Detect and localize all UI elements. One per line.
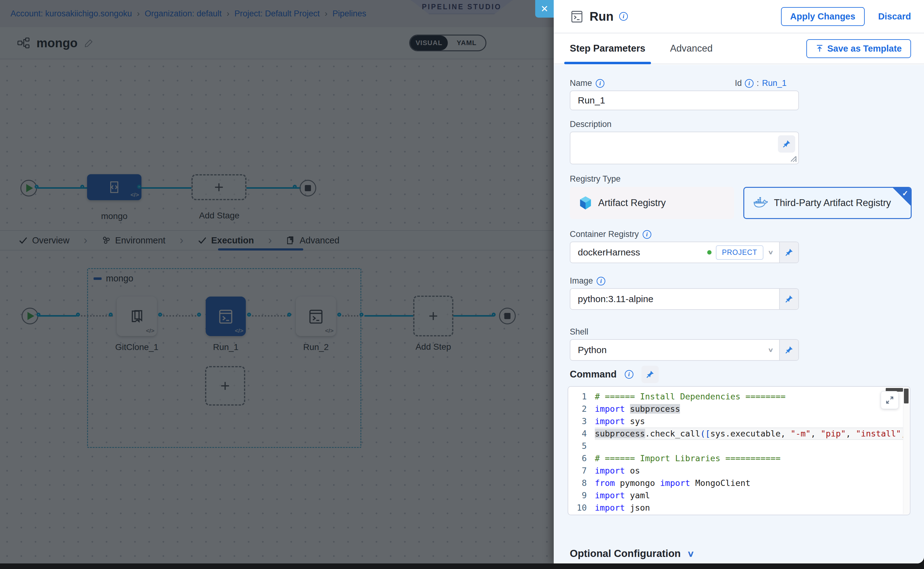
editor-scrollbar[interactable] (903, 387, 909, 514)
save-as-template-label: Save as Template (827, 44, 902, 54)
connector-status-dot (707, 250, 711, 254)
image-label: Image (570, 276, 593, 286)
code-line-1[interactable]: 1# ====== Install Dependencies ======== (568, 391, 903, 403)
container-registry-value: dockerHarness (570, 247, 640, 258)
pin-button[interactable] (779, 242, 798, 263)
save-template-icon (816, 44, 824, 53)
drawer-title-text: Run (590, 9, 614, 23)
info-icon[interactable]: i (625, 370, 634, 379)
shell-label: Shell (570, 327, 588, 337)
pin-button[interactable] (779, 340, 798, 360)
registry-option-label: Third-Party Artifact Registry (774, 198, 891, 208)
chevron-down-icon[interactable]: ∨ (768, 249, 774, 256)
pin-icon (785, 346, 793, 354)
description-label: Description (570, 120, 611, 129)
pin-icon (785, 248, 793, 257)
optional-configuration-label: Optional Configuration (570, 548, 681, 560)
docker-icon (754, 197, 768, 209)
drawer-tabbar: Step Parameters Advanced Save as Templat… (554, 33, 924, 64)
info-icon[interactable]: i (643, 230, 651, 239)
pin-button[interactable] (778, 135, 795, 152)
registry-option-label: Artifact Registry (598, 198, 666, 208)
terminal-icon (570, 9, 584, 23)
pin-button[interactable] (641, 366, 659, 383)
scope-badge: PROJECT (716, 245, 763, 260)
code-line-3[interactable]: 3import sys (568, 415, 903, 428)
command-code-editor[interactable]: 1# ====== Install Dependencies ========2… (568, 386, 910, 515)
selected-check-icon: ✓ (902, 189, 908, 198)
code-line-2[interactable]: 2import subprocess (568, 403, 903, 415)
drawer-header: Run i Apply Changes Discard (554, 0, 924, 33)
step-config-drawer: ✕ Run i Apply Changes Discard Step Param… (554, 0, 924, 563)
code-lines: 1# ====== Install Dependencies ========2… (568, 391, 903, 514)
container-registry-field[interactable]: dockerHarness PROJECT ∨ (570, 242, 799, 263)
shell-select[interactable]: Python ∨ (570, 339, 799, 361)
registry-type-label: Registry Type (570, 174, 621, 184)
discard-button[interactable]: Discard (878, 11, 911, 21)
code-line-7[interactable]: 7import os (568, 465, 903, 477)
id-label: Id (735, 78, 742, 88)
id-value[interactable]: Run_1 (762, 78, 787, 88)
info-icon[interactable]: i (745, 79, 754, 88)
image-field[interactable]: python:3.11-alpine (570, 288, 799, 310)
chevron-down-icon: ∨ (687, 549, 695, 558)
id-separator: : (757, 78, 759, 88)
pin-icon (785, 295, 793, 303)
code-line-6[interactable]: 6# ====== Import Libraries =========== (568, 452, 903, 465)
step-parameters-form: Name i Id i : Run_1 Description (554, 65, 924, 563)
shell-value: Python (570, 345, 606, 355)
resize-handle[interactable] (791, 156, 796, 162)
pipeline-studio-screen: Account: kurosakiichigo.songoku › Organi… (0, 0, 924, 569)
code-line-4[interactable]: 4subprocess.check_call([sys.executable, … (568, 428, 903, 440)
registry-option-third-party[interactable]: Third-Party Artifact Registry ✓ (743, 187, 912, 219)
fullscreen-icon (885, 396, 894, 405)
modal-dim-overlay (0, 0, 554, 563)
code-line-8[interactable]: 8from pymongo import MongoClient (568, 477, 903, 489)
info-icon[interactable]: i (597, 277, 605, 285)
artifact-registry-icon (579, 196, 592, 210)
tab-advanced[interactable]: Advanced (670, 33, 713, 64)
code-line-10[interactable]: 10import json (568, 502, 903, 514)
registry-option-artifact[interactable]: Artifact Registry (570, 187, 734, 219)
optional-configuration-toggle[interactable]: Optional Configuration ∨ (570, 548, 912, 560)
close-icon: ✕ (540, 3, 548, 14)
apply-changes-button[interactable]: Apply Changes (781, 7, 865, 26)
code-line-9[interactable]: 9import yaml (568, 489, 903, 502)
pin-icon (782, 140, 791, 148)
image-value: python:3.11-alpine (570, 294, 653, 304)
close-drawer-button[interactable]: ✕ (535, 0, 554, 18)
description-textarea[interactable] (570, 132, 799, 164)
info-icon[interactable]: i (619, 12, 628, 21)
info-icon[interactable]: i (596, 79, 604, 88)
pin-button[interactable] (779, 289, 798, 309)
tab-step-parameters[interactable]: Step Parameters (570, 33, 646, 64)
container-registry-label: Container Registry (570, 230, 639, 239)
chevron-down-icon[interactable]: ∨ (768, 347, 774, 353)
pin-icon (646, 370, 654, 379)
name-label: Name (570, 78, 592, 88)
save-as-template-button[interactable]: Save as Template (806, 39, 911, 58)
pipeline-studio-main: Account: kurosakiichigo.songoku › Organi… (0, 0, 554, 563)
code-line-5[interactable]: 5 (568, 440, 903, 452)
command-label: Command (570, 369, 617, 380)
window-bottom-edge (0, 563, 924, 569)
name-input[interactable] (570, 91, 799, 110)
expand-editor-button[interactable] (881, 391, 899, 409)
